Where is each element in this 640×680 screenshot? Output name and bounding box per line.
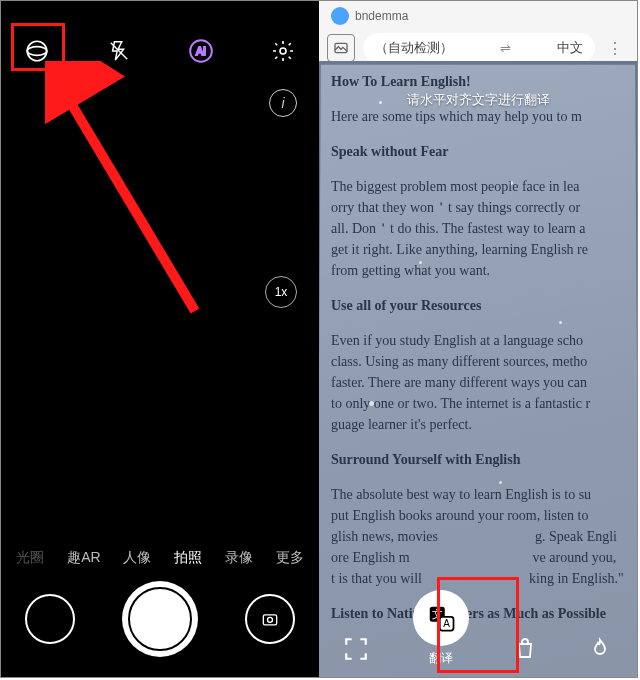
document-text: How To Learn English! Here are some tips… — [327, 71, 629, 624]
shutter-inner — [128, 587, 192, 651]
doc-line: Even if you study English at a language … — [331, 333, 583, 348]
doc-line: from getting what you want. — [331, 263, 490, 278]
doc-line: class. Using as many different sources, … — [331, 354, 587, 369]
doc-h4: Surround Yourself with English — [331, 449, 629, 470]
gallery-icon[interactable] — [327, 34, 355, 62]
gallery-thumb-button[interactable] — [25, 594, 75, 644]
avatar — [331, 7, 349, 25]
doc-title: How To Learn English! — [331, 71, 629, 92]
doc-line: all. Don＇t do this. The fastest way to l… — [331, 221, 585, 236]
svg-rect-7 — [264, 615, 277, 625]
mode-aperture[interactable]: 光圈 — [16, 549, 44, 567]
mode-photo[interactable]: 拍照 — [174, 549, 202, 567]
mode-ar[interactable]: 趣AR — [67, 549, 100, 567]
info-label: i — [281, 95, 284, 111]
doc-line: put English books around your room, list… — [331, 508, 588, 523]
doc-line: ve around you, — [533, 550, 617, 565]
doc-line: guage learner it's perfect. — [331, 417, 472, 432]
zoom-button[interactable]: 1x — [265, 276, 297, 308]
callout-arrow — [45, 61, 215, 321]
lang-to-label: 中文 — [557, 39, 583, 57]
doc-line: glish news, movies — [331, 529, 438, 544]
username-label: bndemma — [355, 9, 408, 23]
translate-pane: bndemma （自动检测） ⇌ 中文 ⋮ 请水平对齐文字进行翻译 — [319, 1, 637, 677]
svg-text:AI: AI — [196, 45, 206, 57]
more-menu-icon[interactable]: ⋮ — [603, 39, 629, 58]
doc-line: get it right. Like anything, learning En… — [331, 242, 588, 257]
swap-icon[interactable]: ⇌ — [500, 41, 511, 56]
svg-point-5 — [280, 48, 286, 54]
doc-line: t is that you will — [331, 571, 422, 586]
doc-line: g. Speak Engli — [535, 529, 617, 544]
doc-p1: Here are some tips which may help you to… — [331, 106, 629, 127]
doc-line: The absolute best way to learn English i… — [331, 487, 591, 502]
shutter-button[interactable] — [122, 581, 198, 657]
doc-h3: Use all of your Resources — [331, 295, 629, 316]
svg-line-6 — [53, 73, 195, 311]
switch-camera-button[interactable] — [245, 594, 295, 644]
mode-portrait[interactable]: 人像 — [123, 549, 151, 567]
align-hint-label: 请水平对齐文字进行翻译 — [319, 91, 637, 109]
settings-icon[interactable] — [265, 33, 301, 69]
lang-selector[interactable]: （自动检测） ⇌ 中文 — [363, 33, 595, 63]
lang-from-label: （自动检测） — [375, 39, 453, 57]
doc-line: ore English m — [331, 550, 410, 565]
doc-h2: Speak without Fear — [331, 141, 629, 162]
mode-more[interactable]: 更多 — [276, 549, 304, 567]
doc-line: orry that they won＇t say things correctl… — [331, 200, 580, 215]
doc-line: faster. There are many different ways yo… — [331, 375, 587, 390]
camera-pane: AI i 1x 光圈 趣AR 人像 拍照 录像 更多 — [1, 1, 319, 677]
doc-line: The biggest problem most people face in … — [331, 179, 579, 194]
info-icon[interactable]: i — [269, 89, 297, 117]
scan-frame-icon[interactable] — [338, 631, 374, 667]
doc-line: to only one or two. The internet is a fa… — [331, 396, 590, 411]
mode-video[interactable]: 录像 — [225, 549, 253, 567]
doc-line: king in English." — [529, 571, 624, 586]
svg-point-8 — [268, 617, 273, 622]
zoom-label: 1x — [275, 285, 288, 299]
camera-mode-row: 光圈 趣AR 人像 拍照 录像 更多 — [1, 549, 319, 567]
highlight-translate-button — [437, 577, 519, 673]
shutter-row — [1, 581, 319, 657]
calorie-icon[interactable] — [582, 631, 618, 667]
